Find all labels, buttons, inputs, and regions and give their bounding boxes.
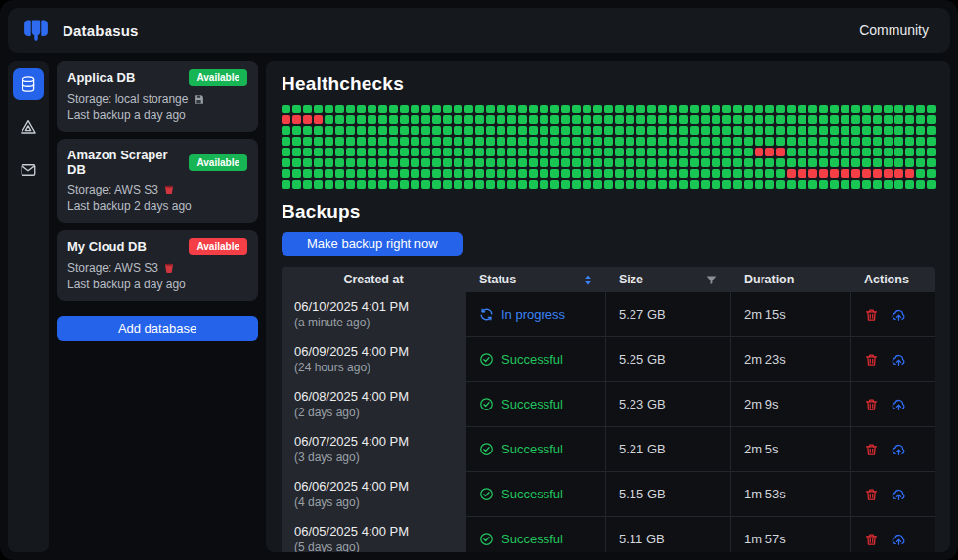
healthcheck-cell [755,115,763,124]
database-card[interactable]: Amazon Scraper DBAvailableStorage: AWS S… [57,139,258,223]
healthcheck-cell [454,158,462,167]
table-row: 06/08/2025 4:00 PM(2 days ago)Successful… [282,381,935,426]
healthcheck-cell [572,126,581,135]
healthcheck-cell [314,158,323,167]
healthcheck-cell [389,115,398,124]
healthcheck-cell [636,158,645,167]
healthcheck-cell [292,158,301,167]
community-link[interactable]: Community [859,22,929,38]
healthcheck-cell [507,105,516,113]
healthcheck-cell [335,158,344,167]
healthcheck-cell [432,180,441,189]
healthcheck-cell [626,180,634,189]
database-card[interactable]: My Cloud DBAvailableStorage: AWS S3Last … [57,230,258,301]
healthcheck-cell [561,180,570,189]
healthcheck-cell [819,137,828,146]
healthcheck-cell [626,158,634,167]
healthcheck-cell [636,180,645,189]
healthcheck-cell [389,126,398,135]
healthcheck-cell [325,137,333,146]
healthcheck-cell [744,115,753,124]
healthcheck-cell [927,148,936,156]
healthcheck-cell [690,137,699,146]
healthcheck-cell [540,180,548,189]
delete-backup-button trash-icon[interactable] [864,442,879,457]
healthcheck-cell [518,137,527,146]
healthcheck-cell [432,115,441,124]
created-at-cell: 06/09/2025 4:00 PM(24 hours ago) [282,337,466,381]
status-text: In progress [501,307,565,322]
healthcheck-cell [765,158,774,167]
healthcheck-cell [389,137,398,146]
delete-backup-button trash-icon[interactable] [864,487,879,502]
healthcheck-cell [583,126,591,135]
delete-backup-button trash-icon[interactable] [864,397,879,412]
download-backup-button cloud-upload-icon[interactable] [891,532,907,547]
download-backup-button cloud-upload-icon[interactable] [891,487,907,502]
healthcheck-cell [400,115,409,124]
healthcheck-cell [873,158,882,167]
filter-icon[interactable] [705,274,718,286]
healthcheck-cell [841,115,849,124]
healthcheck-cell [529,105,538,113]
healthcheck-cell [669,105,677,113]
healthcheck-cell [712,180,720,189]
healthcheck-cell [690,169,699,178]
duration-cell: 2m 9s [731,382,851,426]
healthcheck-cell [658,148,667,156]
healthcheck-cell [776,169,785,178]
healthcheck-cell [540,115,548,124]
healthcheck-cell [916,158,925,167]
healthcheck-cell [357,180,366,189]
make-backup-button[interactable]: Make backup right now [282,232,463,256]
healthcheck-cell [443,137,452,146]
healthcheck-cell [798,169,806,178]
healthcheck-cell [497,148,505,156]
healthcheck-cell [658,137,667,146]
healthcheck-cell [282,169,290,178]
duration-cell: 1m 53s [731,472,851,516]
header-created-at: Created at [282,267,466,292]
healthcheck-cell [282,126,290,135]
healthcheck-cell [819,148,828,156]
healthcheck-cell [561,115,570,124]
healthcheck-cell [615,126,624,135]
healthcheck-cell [507,115,516,124]
healthcheck-cell [464,169,473,178]
backup-size: 5.23 GB [619,397,666,411]
status-text: Successful [501,487,563,501]
download-backup-button cloud-upload-icon[interactable] [891,307,907,323]
healthcheck-cell [830,137,839,146]
healthcheck-cell [808,158,817,167]
healthcheck-cell [454,169,462,178]
delete-backup-button trash-icon[interactable] [864,352,879,367]
healthcheck-cell [529,180,538,189]
healthcheck-cell [335,148,344,156]
healthcheck-cell [787,105,796,113]
sort-icon[interactable] [584,274,592,286]
healthcheck-cell [292,115,301,124]
sidebar-item-databases database-icon[interactable] [13,68,44,100]
delete-backup-button trash-icon[interactable] [864,307,879,323]
download-backup-button cloud-upload-icon[interactable] [891,397,907,412]
healthcheck-cell [873,180,882,189]
download-backup-button cloud-upload-icon[interactable] [891,352,907,367]
healthcheck-cell [776,148,785,156]
download-backup-button cloud-upload-icon[interactable] [891,442,907,457]
healthcheck-cell [798,105,806,113]
sidebar-item-notifications mail-icon[interactable] [13,154,44,186]
healthcheck-cell [593,158,602,167]
healthcheck-cell [421,137,430,146]
delete-backup-button trash-icon[interactable] [864,532,879,547]
healthcheck-cell [626,126,634,135]
healthcheck-cell [916,180,925,189]
healthcheck-cell [690,180,699,189]
add-database-button[interactable]: Add database [57,316,258,341]
database-card[interactable]: Applica DBAvailableStorage: local storan… [57,61,258,132]
sidebar-item-storages drive-icon[interactable] [13,111,44,143]
healthcheck-cell [325,148,333,156]
healthcheck-cell [712,137,720,146]
healthcheck-cell [540,148,548,156]
status-cell: Successful [466,382,606,426]
healthcheck-cell [905,158,914,167]
